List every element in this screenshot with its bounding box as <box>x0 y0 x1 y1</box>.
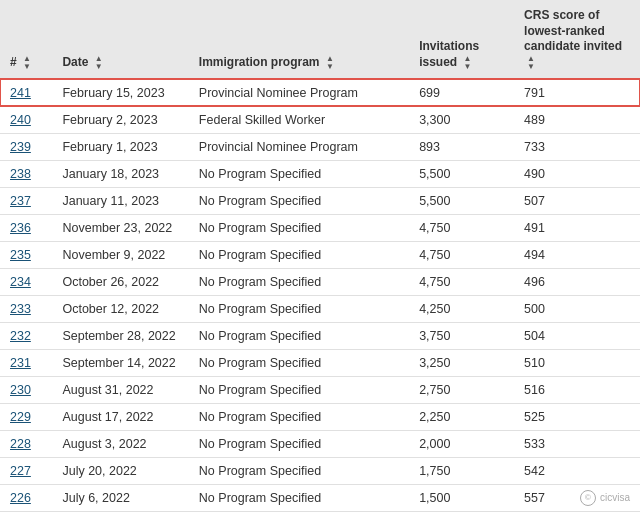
cell-draw-number[interactable]: 229 <box>0 403 52 430</box>
draw-number-link[interactable]: 239 <box>10 140 31 154</box>
draw-number-link[interactable]: 237 <box>10 194 31 208</box>
draw-number-link[interactable]: 229 <box>10 410 31 424</box>
cell-draw-number[interactable]: 228 <box>0 430 52 457</box>
col-invitations-sort[interactable]: ▲ ▼ <box>464 55 472 71</box>
cell-program: No Program Specified <box>189 268 409 295</box>
table-row: 235November 9, 2022No Program Specified4… <box>0 241 640 268</box>
cell-program: No Program Specified <box>189 241 409 268</box>
col-program-label: Immigration program <box>199 55 320 69</box>
sort-desc-icon[interactable]: ▼ <box>326 63 334 71</box>
cell-draw-number[interactable]: 236 <box>0 214 52 241</box>
cell-program: No Program Specified <box>189 214 409 241</box>
draw-number-link[interactable]: 227 <box>10 464 31 478</box>
cell-date: February 15, 2023 <box>52 79 188 106</box>
table-row: 231September 14, 2022No Program Specifie… <box>0 349 640 376</box>
cell-draw-number[interactable]: 241 <box>0 79 52 106</box>
cell-draw-number[interactable]: 232 <box>0 322 52 349</box>
cell-draw-number[interactable]: 237 <box>0 187 52 214</box>
draw-number-link[interactable]: 231 <box>10 356 31 370</box>
cell-date: August 3, 2022 <box>52 430 188 457</box>
draw-number-link[interactable]: 226 <box>10 491 31 505</box>
table-row: 237January 11, 2023No Program Specified5… <box>0 187 640 214</box>
table-row: 228August 3, 2022No Program Specified2,0… <box>0 430 640 457</box>
cell-date: August 31, 2022 <box>52 376 188 403</box>
col-program-sort[interactable]: ▲ ▼ <box>326 55 334 71</box>
cell-program: No Program Specified <box>189 430 409 457</box>
col-crs-label: CRS score of lowest-ranked candidate inv… <box>524 8 622 53</box>
sort-desc-icon[interactable]: ▼ <box>95 63 103 71</box>
cell-program: No Program Specified <box>189 187 409 214</box>
cell-crs-score: 733 <box>514 133 640 160</box>
cell-date: August 17, 2022 <box>52 403 188 430</box>
col-num-sort[interactable]: ▲ ▼ <box>23 55 31 71</box>
sort-desc-icon[interactable]: ▼ <box>464 63 472 71</box>
watermark-text: cicvisa <box>600 492 630 503</box>
cell-date: October 26, 2022 <box>52 268 188 295</box>
cell-draw-number[interactable]: 239 <box>0 133 52 160</box>
cell-invitations: 2,250 <box>409 403 514 430</box>
cell-invitations: 1,500 <box>409 484 514 511</box>
table-row: 240February 2, 2023Federal Skilled Worke… <box>0 106 640 133</box>
cell-draw-number[interactable]: 240 <box>0 106 52 133</box>
cell-date: February 2, 2023 <box>52 106 188 133</box>
table-row: 232September 28, 2022No Program Specifie… <box>0 322 640 349</box>
cell-crs-score: 490 <box>514 160 640 187</box>
cell-draw-number[interactable]: 230 <box>0 376 52 403</box>
cell-crs-score: 500 <box>514 295 640 322</box>
cell-crs-score: 542 <box>514 457 640 484</box>
draw-number-link[interactable]: 235 <box>10 248 31 262</box>
draw-number-link[interactable]: 230 <box>10 383 31 397</box>
draw-number-link[interactable]: 238 <box>10 167 31 181</box>
cell-program: No Program Specified <box>189 322 409 349</box>
col-header-crs: CRS score of lowest-ranked candidate inv… <box>514 0 640 79</box>
cell-date: November 23, 2022 <box>52 214 188 241</box>
col-date-label: Date <box>62 55 88 69</box>
draw-number-link[interactable]: 240 <box>10 113 31 127</box>
cell-date: July 6, 2022 <box>52 484 188 511</box>
cell-program: No Program Specified <box>189 376 409 403</box>
cell-date: October 12, 2022 <box>52 295 188 322</box>
cell-date: September 14, 2022 <box>52 349 188 376</box>
draw-number-link[interactable]: 234 <box>10 275 31 289</box>
cell-invitations: 2,750 <box>409 376 514 403</box>
table-row: 226July 6, 2022No Program Specified1,500… <box>0 484 640 511</box>
cell-draw-number[interactable]: 238 <box>0 160 52 187</box>
col-date-sort[interactable]: ▲ ▼ <box>95 55 103 71</box>
draw-number-link[interactable]: 228 <box>10 437 31 451</box>
table-row: 239February 1, 2023Provincial Nominee Pr… <box>0 133 640 160</box>
cell-invitations: 4,750 <box>409 214 514 241</box>
cell-program: No Program Specified <box>189 349 409 376</box>
draws-table: # ▲ ▼ Date ▲ ▼ Immigration program <box>0 0 640 512</box>
cell-crs-score: 533 <box>514 430 640 457</box>
cell-draw-number[interactable]: 227 <box>0 457 52 484</box>
cell-invitations: 2,000 <box>409 430 514 457</box>
cell-program: Provincial Nominee Program <box>189 133 409 160</box>
sort-desc-icon[interactable]: ▼ <box>527 63 535 71</box>
cell-draw-number[interactable]: 235 <box>0 241 52 268</box>
cell-draw-number[interactable]: 234 <box>0 268 52 295</box>
watermark-icon: © <box>580 490 596 506</box>
cell-program: No Program Specified <box>189 295 409 322</box>
cell-invitations: 699 <box>409 79 514 106</box>
draw-number-link[interactable]: 236 <box>10 221 31 235</box>
cell-draw-number[interactable]: 231 <box>0 349 52 376</box>
cell-crs-score: 516 <box>514 376 640 403</box>
draw-number-link[interactable]: 233 <box>10 302 31 316</box>
cell-date: July 20, 2022 <box>52 457 188 484</box>
cell-draw-number[interactable]: 226 <box>0 484 52 511</box>
col-crs-sort[interactable]: ▲ ▼ <box>527 55 535 71</box>
draw-number-link[interactable]: 241 <box>10 86 31 100</box>
sort-desc-icon[interactable]: ▼ <box>23 63 31 71</box>
cell-program: No Program Specified <box>189 403 409 430</box>
draw-number-link[interactable]: 232 <box>10 329 31 343</box>
cell-invitations: 4,750 <box>409 268 514 295</box>
col-num-label: # <box>10 55 17 69</box>
cell-program: Provincial Nominee Program <box>189 79 409 106</box>
cell-crs-score: 494 <box>514 241 640 268</box>
cell-program: No Program Specified <box>189 484 409 511</box>
cell-invitations: 3,750 <box>409 322 514 349</box>
table-row: 227July 20, 2022No Program Specified1,75… <box>0 457 640 484</box>
cell-crs-score: 525 <box>514 403 640 430</box>
cell-draw-number[interactable]: 233 <box>0 295 52 322</box>
cell-program: Federal Skilled Worker <box>189 106 409 133</box>
